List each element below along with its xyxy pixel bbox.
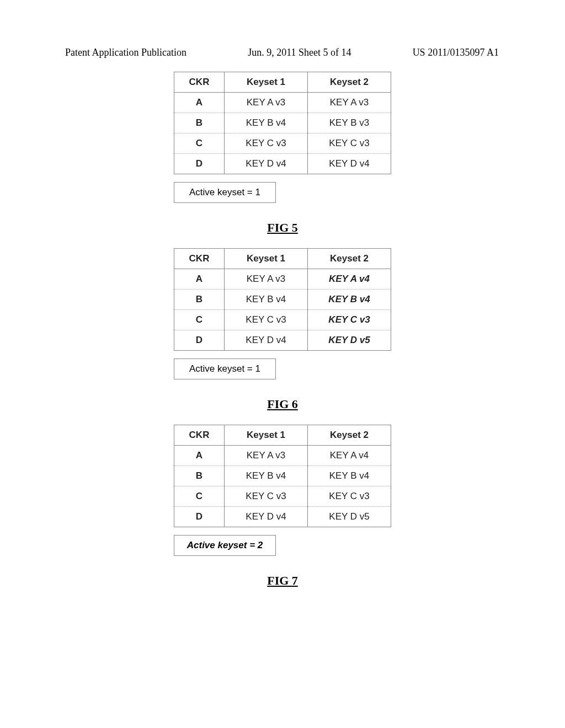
figure-6-table: CKR Keyset 1 Keyset 2 A KEY A v3 KEY A v… bbox=[174, 248, 391, 351]
table-row: A KEY A v3 KEY A v3 bbox=[174, 93, 391, 113]
table-row: C KEY C v3 KEY C v3 bbox=[174, 133, 391, 154]
cell-ckr: C bbox=[174, 133, 225, 154]
cell-k2: KEY B v4 bbox=[308, 290, 391, 310]
table-row: D KEY D v4 KEY D v5 bbox=[174, 330, 391, 351]
cell-k2: KEY B v4 bbox=[308, 466, 391, 486]
table-row: D KEY D v4 KEY D v5 bbox=[174, 507, 391, 527]
col-keyset1: Keyset 1 bbox=[225, 425, 308, 446]
cell-ckr: D bbox=[174, 154, 225, 174]
table-row: A KEY A v3 KEY A v4 bbox=[174, 446, 391, 466]
cell-k1: KEY C v3 bbox=[225, 310, 308, 330]
cell-ckr: B bbox=[174, 290, 225, 310]
content-area: CKR Keyset 1 Keyset 2 A KEY A v3 KEY A v… bbox=[0, 72, 565, 601]
figure-6-caption: FIG 6 bbox=[267, 397, 298, 411]
figure-7-block: CKR Keyset 1 Keyset 2 A KEY A v3 KEY A v… bbox=[174, 425, 391, 556]
cell-k2: KEY A v4 bbox=[308, 446, 391, 466]
cell-ckr: C bbox=[174, 310, 225, 330]
header-left: Patent Application Publication bbox=[65, 47, 186, 58]
active-keyset-box: Active keyset = 1 bbox=[174, 358, 276, 379]
table-row: B KEY B v4 KEY B v4 bbox=[174, 290, 391, 310]
col-keyset1: Keyset 1 bbox=[225, 249, 308, 269]
figure-6-block: CKR Keyset 1 Keyset 2 A KEY A v3 KEY A v… bbox=[174, 248, 391, 379]
cell-k1: KEY D v4 bbox=[225, 154, 308, 174]
figure-7-caption: FIG 7 bbox=[267, 574, 298, 588]
table-row: D KEY D v4 KEY D v4 bbox=[174, 154, 391, 174]
header-center: Jun. 9, 2011 Sheet 5 of 14 bbox=[248, 47, 351, 58]
cell-ckr: C bbox=[174, 486, 225, 507]
cell-k1: KEY A v3 bbox=[225, 93, 308, 113]
cell-k1: KEY C v3 bbox=[225, 486, 308, 507]
active-keyset-box: Active keyset = 1 bbox=[174, 182, 276, 203]
cell-k2: KEY A v4 bbox=[308, 269, 391, 290]
col-keyset1: Keyset 1 bbox=[225, 72, 308, 93]
table-row: B KEY B v4 KEY B v4 bbox=[174, 466, 391, 486]
table-row: A KEY A v3 KEY A v4 bbox=[174, 269, 391, 290]
col-keyset2: Keyset 2 bbox=[308, 249, 391, 269]
cell-k1: KEY D v4 bbox=[225, 330, 308, 351]
cell-ckr: B bbox=[174, 466, 225, 486]
cell-ckr: A bbox=[174, 446, 225, 466]
table-header-row: CKR Keyset 1 Keyset 2 bbox=[174, 425, 391, 446]
col-keyset2: Keyset 2 bbox=[308, 72, 391, 93]
col-ckr: CKR bbox=[174, 425, 225, 446]
cell-k2: KEY A v3 bbox=[308, 93, 391, 113]
figure-5-block: CKR Keyset 1 Keyset 2 A KEY A v3 KEY A v… bbox=[174, 72, 391, 203]
cell-k1: KEY A v3 bbox=[225, 446, 308, 466]
col-keyset2: Keyset 2 bbox=[308, 425, 391, 446]
active-keyset-box: Active keyset = 2 bbox=[174, 535, 276, 556]
figure-7-table: CKR Keyset 1 Keyset 2 A KEY A v3 KEY A v… bbox=[174, 425, 391, 527]
cell-k1: KEY B v4 bbox=[225, 113, 308, 133]
col-ckr: CKR bbox=[174, 72, 225, 93]
cell-ckr: D bbox=[174, 330, 225, 351]
header-right: US 2011/0135097 A1 bbox=[413, 47, 499, 58]
col-ckr: CKR bbox=[174, 249, 225, 269]
table-row: C KEY C v3 KEY C v3 bbox=[174, 486, 391, 507]
cell-k1: KEY B v4 bbox=[225, 290, 308, 310]
cell-k1: KEY D v4 bbox=[225, 507, 308, 527]
cell-k1: KEY B v4 bbox=[225, 466, 308, 486]
cell-k2: KEY D v5 bbox=[308, 330, 391, 351]
table-header-row: CKR Keyset 1 Keyset 2 bbox=[174, 72, 391, 93]
cell-ckr: B bbox=[174, 113, 225, 133]
cell-k2: KEY B v3 bbox=[308, 113, 391, 133]
cell-ckr: D bbox=[174, 507, 225, 527]
cell-k2: KEY C v3 bbox=[308, 486, 391, 507]
table-row: C KEY C v3 KEY C v3 bbox=[174, 310, 391, 330]
cell-k2: KEY C v3 bbox=[308, 133, 391, 154]
table-header-row: CKR Keyset 1 Keyset 2 bbox=[174, 249, 391, 269]
cell-k2: KEY D v5 bbox=[308, 507, 391, 527]
cell-k2: KEY D v4 bbox=[308, 154, 391, 174]
patent-page: Patent Application Publication Jun. 9, 2… bbox=[0, 0, 565, 728]
cell-k1: KEY A v3 bbox=[225, 269, 308, 290]
figure-5-table: CKR Keyset 1 Keyset 2 A KEY A v3 KEY A v… bbox=[174, 72, 391, 174]
table-row: B KEY B v4 KEY B v3 bbox=[174, 113, 391, 133]
cell-ckr: A bbox=[174, 93, 225, 113]
cell-ckr: A bbox=[174, 269, 225, 290]
figure-5-caption: FIG 5 bbox=[267, 221, 298, 235]
cell-k2: KEY C v3 bbox=[308, 310, 391, 330]
cell-k1: KEY C v3 bbox=[225, 133, 308, 154]
page-header: Patent Application Publication Jun. 9, 2… bbox=[0, 47, 565, 58]
